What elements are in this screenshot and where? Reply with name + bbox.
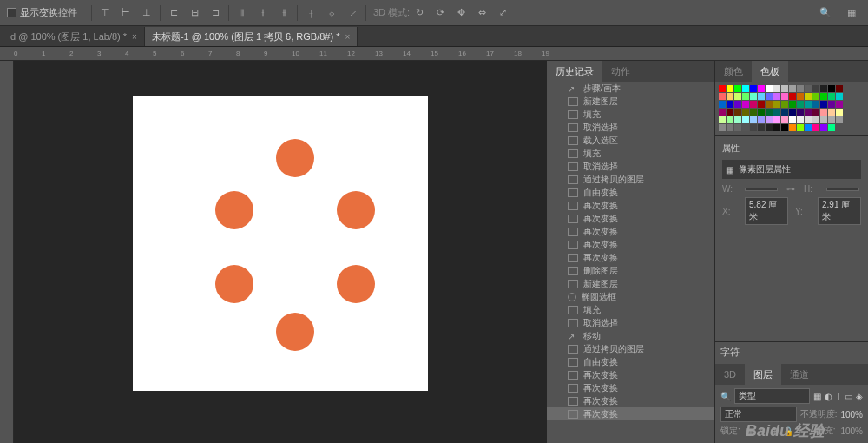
swatch[interactable] <box>781 124 788 131</box>
align-top-icon[interactable]: ⊤ <box>95 3 115 23</box>
swatch[interactable] <box>750 93 757 100</box>
swatch[interactable] <box>750 109 757 116</box>
swatch[interactable] <box>750 124 757 131</box>
swatch[interactable] <box>742 101 749 108</box>
swatch[interactable] <box>719 124 726 131</box>
history-item[interactable]: 自由变换 <box>547 355 714 368</box>
h-input[interactable] <box>826 188 859 191</box>
swatch[interactable] <box>766 93 773 100</box>
swatch[interactable] <box>727 93 733 100</box>
circle-shape[interactable] <box>215 265 253 303</box>
swatch[interactable] <box>758 93 765 100</box>
filter-adjust-icon[interactable]: ◐ <box>825 392 832 401</box>
swatch[interactable] <box>734 101 741 108</box>
canvas-area[interactable] <box>14 61 547 443</box>
swatch[interactable] <box>727 116 733 123</box>
swatch[interactable] <box>750 101 757 108</box>
history-item[interactable]: 自由变换 <box>547 186 714 199</box>
dist-vcenter-icon[interactable]: ⫲ <box>253 3 273 23</box>
align-hcenter-icon[interactable]: ⊟ <box>185 3 204 23</box>
swatch[interactable] <box>812 101 819 108</box>
swatch[interactable] <box>828 116 835 123</box>
history-item[interactable]: ↗步骤/画本 <box>547 82 714 95</box>
history-item[interactable]: 再次变换 <box>547 251 714 264</box>
history-item[interactable]: 再次变换 <box>547 212 714 225</box>
history-item[interactable]: 填充 <box>547 147 714 160</box>
history-item[interactable]: 再次变换 <box>547 407 714 420</box>
swatch[interactable] <box>781 85 788 92</box>
swatch[interactable] <box>781 109 788 116</box>
swatch[interactable] <box>812 109 819 116</box>
history-item[interactable]: 通过拷贝的图层 <box>547 173 714 186</box>
history-item[interactable]: 再次变换 <box>547 394 714 407</box>
swatch[interactable] <box>734 116 741 123</box>
swatch[interactable] <box>719 116 726 123</box>
panel-tab[interactable]: 图层 <box>745 364 781 385</box>
history-item[interactable]: 新建图层 <box>547 277 714 290</box>
close-icon[interactable]: × <box>345 32 350 42</box>
circle-shape[interactable] <box>276 313 314 351</box>
panel-tab[interactable]: 动作 <box>602 61 639 82</box>
swatch[interactable] <box>766 101 773 108</box>
swatch[interactable] <box>820 116 827 123</box>
panel-tab[interactable]: 3D <box>715 364 745 385</box>
dist-hcenter-icon[interactable]: ⟐ <box>322 3 341 23</box>
swatch[interactable] <box>781 101 788 108</box>
swatch[interactable] <box>742 85 749 92</box>
history-item[interactable]: 再次变换 <box>547 368 714 381</box>
swatch[interactable] <box>812 116 819 123</box>
history-list[interactable]: ↗步骤/画本新建图层填充取消选择载入选区填充取消选择通过拷贝的图层自由变换再次变… <box>547 82 714 443</box>
filter-smart-icon[interactable]: ◈ <box>856 392 863 401</box>
swatch[interactable] <box>828 85 835 92</box>
swatch[interactable] <box>719 85 726 92</box>
align-vcenter-icon[interactable]: ⊢ <box>116 3 135 23</box>
circle-shape[interactable] <box>215 191 253 229</box>
swatch[interactable] <box>758 124 765 131</box>
swatch[interactable] <box>766 124 773 131</box>
swatch[interactable] <box>805 124 812 131</box>
history-item[interactable]: 再次变换 <box>547 199 714 212</box>
swatch[interactable] <box>742 124 749 131</box>
swatch[interactable] <box>734 124 741 131</box>
align-left-icon[interactable]: ⊏ <box>164 3 183 23</box>
swatch[interactable] <box>773 124 780 131</box>
search-icon[interactable]: 🔍 <box>720 392 731 401</box>
circle-shape[interactable] <box>337 265 375 303</box>
swatch[interactable] <box>789 116 796 123</box>
search-icon[interactable]: 🔍 <box>816 3 835 23</box>
document-tab[interactable]: 未标题-1 @ 100% (图层 1 拷贝 6, RGB/8#) *× <box>145 27 358 46</box>
swatch[interactable] <box>805 93 812 100</box>
close-icon[interactable]: × <box>132 32 137 42</box>
swatch[interactable] <box>836 85 843 92</box>
dist-left-icon[interactable]: ⟊ <box>301 3 320 23</box>
swatch[interactable] <box>812 124 819 131</box>
swatch[interactable] <box>758 116 765 123</box>
swatch[interactable] <box>805 116 812 123</box>
swatch[interactable] <box>797 109 804 116</box>
circle-shape[interactable] <box>276 139 314 177</box>
swatch[interactable] <box>828 124 835 131</box>
swatch[interactable] <box>773 85 780 92</box>
align-right-icon[interactable]: ⊐ <box>206 3 225 23</box>
opacity-value[interactable]: 100% <box>840 410 863 420</box>
swatch[interactable] <box>789 109 796 116</box>
swatch[interactable] <box>820 85 827 92</box>
history-item[interactable]: 取消选择 <box>547 121 714 134</box>
panel-tab[interactable]: 色板 <box>752 61 788 82</box>
swatch[interactable] <box>828 101 835 108</box>
history-item[interactable]: 删除图层 <box>547 264 714 277</box>
panel-tab[interactable]: 历史记录 <box>547 61 602 82</box>
swatch[interactable] <box>836 109 843 116</box>
align-bottom-icon[interactable]: ⊥ <box>137 3 156 23</box>
swatch[interactable] <box>742 93 749 100</box>
swatch[interactable] <box>734 85 741 92</box>
swatch[interactable] <box>766 109 773 116</box>
fill-value[interactable]: 100% <box>840 426 863 436</box>
swatch[interactable] <box>750 116 757 123</box>
swatch[interactable] <box>781 116 788 123</box>
swatch[interactable] <box>727 124 733 131</box>
swatch[interactable] <box>742 109 749 116</box>
history-item[interactable]: 取消选择 <box>547 316 714 329</box>
link-icon[interactable]: ⊶ <box>785 184 797 194</box>
swatch[interactable] <box>773 101 780 108</box>
